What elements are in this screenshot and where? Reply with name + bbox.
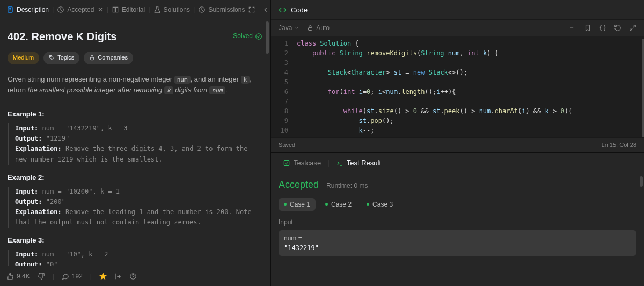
code-toolbar: Java Auto (271, 19, 644, 36)
problem-content: 402. Remove K Digits Solved Medium Topic… (0, 19, 270, 266)
flask-icon (153, 6, 161, 13)
results-body: Accepted Runtime: 0 ms Case 1 Case 2 Cas… (271, 173, 644, 287)
check-square-icon (283, 159, 290, 167)
language-select[interactable]: Java (279, 24, 299, 32)
reset-icon[interactable] (614, 24, 621, 32)
book-icon (112, 6, 119, 13)
question-icon (129, 273, 137, 280)
tab-label: Description (17, 6, 49, 13)
code-icon (279, 6, 287, 14)
problem-tabs: Description | Accepted ✕ | Editorial | S… (0, 0, 270, 19)
case-tab-2[interactable]: Case 2 (320, 198, 357, 211)
scrollbar[interactable] (642, 39, 644, 137)
example-title: Example 3: (8, 235, 262, 246)
tab-label: Submissions (208, 6, 245, 13)
thumbs-down-icon (38, 273, 45, 280)
expand-icon[interactable] (629, 24, 636, 32)
history-icon (198, 6, 206, 13)
code-panel: Code Java Auto 1234567891011121314151617… (271, 0, 644, 286)
case-tab-1[interactable]: Case 1 (279, 198, 316, 211)
tab-label: Editorial (122, 6, 145, 13)
solved-badge: Solved (233, 31, 262, 41)
comment-icon (62, 273, 69, 280)
difficulty-badge: Medium (8, 52, 39, 64)
input-value: "1432219" (284, 244, 631, 252)
code-editor[interactable]: 123456789101112131415161718 class Soluti… (271, 36, 644, 137)
input-label: Input (279, 218, 636, 226)
star-button[interactable] (99, 273, 107, 280)
tab-submissions[interactable]: Submissions (197, 4, 246, 16)
case-tab-3[interactable]: Case 3 (361, 198, 398, 211)
tab-testcase[interactable]: Testcase (279, 157, 325, 169)
tab-accepted[interactable]: Accepted ✕ (56, 4, 104, 16)
fullscreen-icon[interactable] (248, 6, 255, 13)
check-circle-icon (255, 33, 262, 40)
svg-rect-7 (309, 28, 312, 31)
cursor-position: Ln 15, Col 28 (602, 142, 636, 148)
code-label: Code (291, 6, 308, 14)
comments-button[interactable]: 192 (62, 273, 83, 280)
file-text-icon (6, 6, 14, 13)
scrollbar[interactable] (266, 21, 269, 54)
terminal-icon (336, 159, 343, 167)
share-button[interactable] (114, 273, 122, 280)
runtime-label: Runtime: 0 ms (326, 182, 368, 189)
svg-point-3 (256, 34, 262, 40)
svg-point-4 (50, 57, 51, 57)
chevron-left-icon[interactable] (262, 6, 269, 13)
svg-rect-5 (91, 57, 94, 60)
star-icon (99, 273, 107, 280)
help-button[interactable] (129, 273, 137, 280)
description-panel: Description | Accepted ✕ | Editorial | S… (0, 0, 271, 286)
code-header: Code (271, 0, 644, 19)
editor-status-bar: Saved Ln 15, Col 28 (271, 137, 644, 152)
problem-title: 402. Remove K Digits (8, 28, 116, 45)
chevron-down-icon (294, 25, 299, 31)
line-numbers: 123456789101112131415161718 (271, 36, 292, 137)
lock-icon (307, 25, 313, 31)
example-title: Example 1: (8, 109, 262, 120)
bookmark-icon[interactable] (584, 24, 591, 32)
tag-icon (49, 55, 55, 61)
svg-rect-8 (284, 160, 289, 165)
code-text[interactable]: class Solution { public String removeKdi… (292, 36, 644, 137)
braces-icon[interactable] (599, 24, 606, 32)
tab-label: Solutions (164, 6, 190, 13)
status-label: Accepted (279, 179, 319, 190)
share-icon (114, 273, 122, 280)
dislike-button[interactable] (38, 273, 45, 280)
saved-status: Saved (279, 142, 295, 148)
example-block: Input: num = "10200", k = 1 Output: "200… (8, 187, 262, 228)
topics-badge[interactable]: Topics (43, 52, 79, 64)
example-title: Example 2: (8, 172, 262, 184)
problem-description: Given string num representing a non-nega… (8, 74, 262, 97)
tab-solutions[interactable]: Solutions (152, 4, 191, 16)
auto-label[interactable]: Auto (307, 24, 330, 32)
scrollbar[interactable] (640, 176, 643, 187)
tab-description[interactable]: Description (5, 4, 50, 16)
like-button[interactable]: 9.4K (6, 273, 30, 280)
tab-editorial[interactable]: Editorial (111, 4, 146, 16)
tab-label: Accepted (67, 6, 94, 13)
close-icon[interactable]: ✕ (98, 6, 103, 13)
tab-test-result[interactable]: Test Result (332, 157, 385, 169)
companies-badge[interactable]: Companies (84, 52, 133, 64)
format-icon[interactable] (569, 24, 576, 32)
problem-footer: 9.4K | 192 | (0, 266, 270, 286)
lock-icon (89, 55, 95, 61)
example-block: Input: num = "1432219", k = 3 Output: "1… (8, 123, 262, 165)
solved-label: Solved (233, 31, 253, 41)
input-key: num = (284, 234, 631, 242)
thumbs-up-icon (6, 273, 14, 280)
example-block: Input: num = "10", k = 2 Output: "0" Exp… (8, 250, 262, 266)
input-box: num = "1432219" (279, 230, 636, 256)
results-tabs: Testcase | Test Result (271, 152, 644, 173)
history-icon (57, 6, 64, 13)
